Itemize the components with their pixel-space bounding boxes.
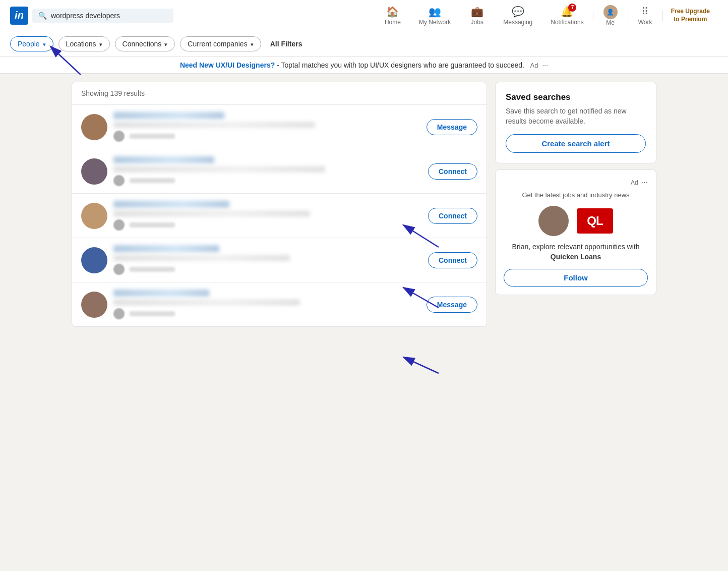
follow-button[interactable]: Follow <box>504 269 648 287</box>
nav-jobs-label: Jobs <box>471 19 483 26</box>
locations-filter-label: Locations <box>66 40 96 48</box>
all-filters-label: All Filters <box>270 40 302 48</box>
message-button[interactable]: Message <box>427 119 477 135</box>
notifications-badge: 7 <box>568 4 576 12</box>
ad-banner-link[interactable]: Need New UX/UI Designers? <box>180 61 275 69</box>
svg-line-4 <box>403 357 439 373</box>
result-title <box>113 122 315 128</box>
connect-button[interactable]: Connect <box>428 252 477 268</box>
connect-button[interactable]: Connect <box>428 163 477 180</box>
message-button[interactable]: Message <box>427 297 477 313</box>
result-item: Connect <box>72 193 487 238</box>
all-filters-btn[interactable]: All Filters <box>266 37 307 51</box>
result-meta <box>113 219 422 231</box>
search-bar[interactable]: 🔍 <box>32 9 173 23</box>
ad-company-name: Quicken Loans <box>551 253 601 261</box>
result-meta <box>113 131 420 142</box>
nav-home-label: Home <box>385 19 401 26</box>
ad-banner-text: - Toptal matches you with top UI/UX desi… <box>277 61 524 69</box>
result-meta-text <box>130 178 175 183</box>
ad-card-text: Brian, explore relevant opportunities wi… <box>504 242 648 262</box>
filter-bar: People Locations Connections Current com… <box>0 31 728 57</box>
locations-chevron-icon <box>99 40 102 48</box>
result-meta-avatar <box>113 219 125 231</box>
nav-messaging[interactable]: 💬 Messaging <box>494 5 541 26</box>
people-filter-btn[interactable]: People <box>10 36 53 51</box>
notifications-icon: 🔔 7 <box>561 6 573 18</box>
result-info <box>113 245 422 275</box>
ad-person-avatar <box>538 206 569 236</box>
results-count: Showing 139 results <box>81 89 145 97</box>
avatar <box>81 114 107 140</box>
people-filter-label: People <box>18 40 40 48</box>
current-companies-filter-label: Current companies <box>188 40 247 48</box>
locations-filter-btn[interactable]: Locations <box>58 36 110 51</box>
nav-messaging-label: Messaging <box>503 19 532 26</box>
ad-logos: QL <box>504 206 648 236</box>
avatar <box>81 247 107 273</box>
connect-button[interactable]: Connect <box>428 208 477 224</box>
search-input[interactable] <box>51 12 167 20</box>
ad-banner-label: Ad <box>530 62 538 69</box>
result-info <box>113 201 422 231</box>
work-icon: ⠿ <box>641 6 649 18</box>
current-companies-filter-btn[interactable]: Current companies <box>180 36 261 51</box>
ad-banner-dots[interactable]: ··· <box>542 61 548 69</box>
nav-notifications[interactable]: 🔔 7 Notifications <box>541 5 592 26</box>
nav-work[interactable]: ⠿ Work <box>628 5 662 26</box>
avatar <box>81 203 107 229</box>
messaging-icon: 💬 <box>512 6 524 18</box>
people-chevron-icon <box>43 40 46 48</box>
result-meta-text <box>130 134 175 139</box>
home-icon: 🏠 <box>386 6 399 18</box>
avatar <box>81 292 107 318</box>
result-name <box>113 201 229 208</box>
ad-card-header: Ad ··· <box>504 178 648 187</box>
avatar: 👤 <box>603 5 618 19</box>
nav-home[interactable]: 🏠 Home <box>376 5 410 26</box>
result-info <box>113 156 422 186</box>
linkedin-logo[interactable]: in <box>10 7 28 25</box>
premium-upgrade[interactable]: Free Upgrade to Premium <box>663 5 718 26</box>
ad-card-label: Ad <box>631 179 638 186</box>
result-name <box>113 112 224 119</box>
result-meta-avatar <box>113 264 125 275</box>
result-item: Message <box>72 282 487 326</box>
jobs-icon: 💼 <box>471 6 483 18</box>
connections-filter-label: Connections <box>123 40 162 48</box>
nav-jobs[interactable]: 💼 Jobs <box>460 5 494 26</box>
results-panel: Showing 139 results Message <box>72 82 487 327</box>
result-title <box>113 166 325 172</box>
result-item: Message <box>72 104 487 149</box>
ad-card-prefix: Brian, explore relevant opportunities wi… <box>512 243 640 251</box>
search-icon: 🔍 <box>38 12 47 20</box>
nav-my-network[interactable]: 👥 My Network <box>410 5 460 26</box>
saved-searches-card: Saved searches Save this search to get n… <box>495 82 656 163</box>
result-title <box>113 255 290 261</box>
create-search-alert-button[interactable]: Create search alert <box>506 134 646 153</box>
result-meta-avatar <box>113 175 125 186</box>
result-title <box>113 211 310 216</box>
results-header: Showing 139 results <box>72 82 487 104</box>
result-name <box>113 290 209 297</box>
saved-searches-title: Saved searches <box>506 92 646 102</box>
result-item: Connect <box>72 149 487 193</box>
navbar: in 🔍 🏠 Home 👥 My Network 💼 Jobs 💬 Messag… <box>0 0 728 31</box>
ad-card: Ad ··· Get the latest jobs and industry … <box>495 169 656 295</box>
premium-line2: to Premium <box>674 16 707 24</box>
nav-items: 🏠 Home 👥 My Network 💼 Jobs 💬 Messaging 🔔… <box>376 5 718 26</box>
result-meta-avatar <box>113 308 125 319</box>
result-info <box>113 290 420 319</box>
sidebar: Saved searches Save this search to get n… <box>495 82 656 327</box>
nav-notifications-label: Notifications <box>551 19 583 26</box>
result-meta <box>113 308 420 319</box>
ad-card-dots[interactable]: ··· <box>641 178 648 187</box>
saved-searches-description: Save this search to get notified as new … <box>506 106 646 126</box>
nav-work-label: Work <box>638 19 652 26</box>
result-title <box>113 300 300 305</box>
result-meta <box>113 264 422 275</box>
connections-filter-btn[interactable]: Connections <box>115 36 175 51</box>
avatar <box>81 158 107 185</box>
nav-me[interactable]: 👤 Me <box>593 5 628 26</box>
ad-banner: Need New UX/UI Designers? - Toptal match… <box>0 57 728 74</box>
